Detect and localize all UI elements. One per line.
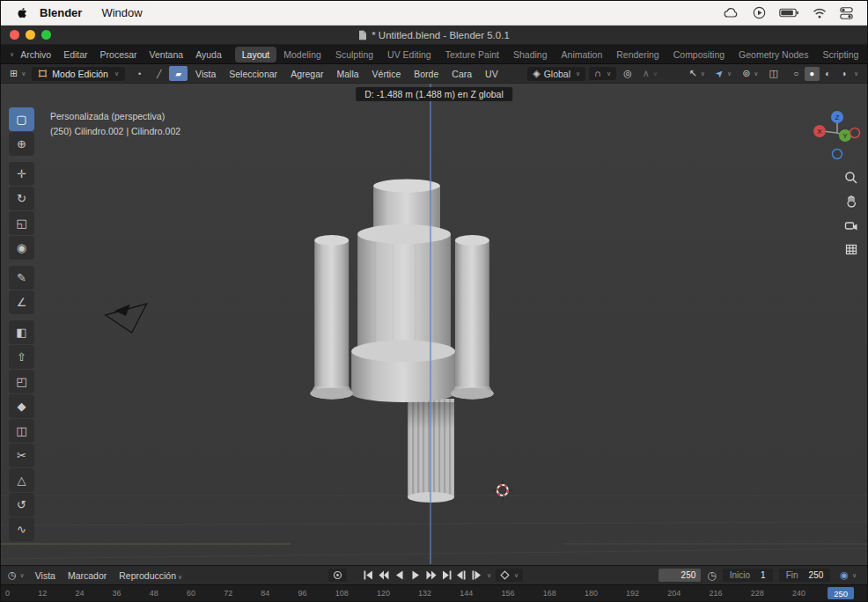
gizmo-dropdown[interactable]: ➤ ∨ [712,68,735,79]
playhead-badge[interactable]: 250 [828,587,854,599]
tab-layout[interactable]: Layout [235,47,277,62]
tool-move-button[interactable]: ✛ [9,162,34,186]
tool-knife-button[interactable]: ✂ [9,444,34,467]
menu-procesar[interactable]: Procesar [94,48,143,62]
menu-uv[interactable]: UV [480,67,504,81]
menu-cara[interactable]: Cara [446,67,477,81]
menu-archivo[interactable]: Archivo [14,48,57,62]
selectability-dropdown[interactable]: ↖ ∨ [685,68,708,79]
snap-dropdown[interactable]: ∩ ∨ [589,67,616,80]
play-button[interactable] [408,569,423,583]
timeline-menu-marcador[interactable]: Marcador [63,569,112,583]
tool-smooth-button[interactable]: ∿ [9,518,34,541]
window-titlebar[interactable]: * Untitled.blend - Blender 5.0.1 [1,26,867,45]
tool-inset-button[interactable]: ◰ [9,370,34,393]
tool-measure-button[interactable]: ∠ [9,290,34,314]
timeline-ruler[interactable]: 0 12 24 36 48 60 72 84 96 108 120 132 14… [1,584,867,601]
tab-compositing[interactable]: Compositing [666,47,732,62]
play-reverse-button[interactable] [392,569,407,583]
xray-toggle[interactable]: ◫ [765,68,781,79]
wifi-icon[interactable] [813,8,827,18]
keying-popover-button[interactable]: ∨ [496,569,523,582]
prev-keyframe-button[interactable] [376,569,391,583]
auto-keying-button[interactable] [328,569,347,582]
ruler-tick: 216 [710,589,723,598]
overlays-dropdown[interactable]: ⊚ ∨ [739,68,761,79]
menu-borde[interactable]: Borde [408,67,444,81]
tool-annotate-button[interactable]: ✎ [9,266,34,290]
ortho-toggle-button[interactable] [843,241,859,257]
edge-select-button[interactable]: ╱ [150,66,168,81]
frame-start-field[interactable]: Inicio 1 [723,569,773,582]
app-menu-blender[interactable]: Blender [33,6,89,19]
falloff-dropdown[interactable]: ∧ ∨ [639,68,661,79]
shading-wireframe-button[interactable]: ○ [789,67,804,81]
tab-scripting[interactable]: Scripting [815,47,865,62]
tool-spin-button[interactable]: ↺ [9,493,34,517]
zoom-button[interactable] [843,170,859,186]
next-keyframe-button[interactable] [423,569,438,583]
camera-view-button[interactable] [843,217,859,233]
tab-sculpting[interactable]: Sculpting [328,47,380,62]
jump-to-start-button[interactable] [360,569,375,583]
tab-rendering[interactable]: Rendering [609,47,666,62]
tool-rotate-button[interactable]: ↻ [9,187,34,210]
tool-loop-cut-button[interactable]: ◫ [9,419,34,443]
zoom-button[interactable] [41,30,51,40]
timeline-menu-vista[interactable]: Vista [30,569,61,583]
play-circle-icon[interactable] [753,6,766,19]
tool-add-cube-button[interactable]: ◧ [9,320,34,344]
current-frame-field[interactable]: 250 [658,569,701,582]
tab-geometry-nodes[interactable]: Geometry Nodes [732,47,815,62]
viewport-3d[interactable]: D: -1.488 m (1.488 m) en Z global Person… [1,84,867,565]
bevel-icon: ◆ [18,400,26,413]
menu-agregar[interactable]: Agregar [285,67,328,81]
menu-window[interactable]: Window [94,6,149,19]
menu-ventana[interactable]: Ventana [143,48,190,62]
tool-bevel-button[interactable]: ◆ [9,394,34,418]
tool-select-box-button[interactable]: ▢ [9,107,34,131]
step-back-button[interactable] [453,569,468,583]
viewport-header: ⊞ ∨ Modo Edición ∨ • ╱ ▰ Vista Seleccion… [1,64,867,84]
tool-extrude-button[interactable]: ⇧ [9,345,34,369]
face-select-button[interactable]: ▰ [169,66,188,81]
orientation-dropdown[interactable]: ◈ Global ∨ [527,67,585,81]
battery-icon[interactable] [779,8,799,18]
vertex-select-button[interactable]: • [130,66,149,81]
minimize-button[interactable] [26,30,35,40]
tab-modeling[interactable]: Modeling [276,47,328,62]
tool-transform-button[interactable]: ◉ [9,236,34,260]
control-center-icon[interactable] [840,7,853,19]
menu-editar[interactable]: Editar [57,48,93,62]
xray-icon: ◫ [769,69,777,78]
tool-poly-build-button[interactable]: △ [9,468,34,492]
tab-shading[interactable]: Shading [506,47,555,62]
jump-to-end-button[interactable] [439,569,454,583]
frame-end-field[interactable]: Fin 250 [779,569,831,582]
pan-button[interactable] [843,194,859,209]
shading-material-button[interactable]: ◐ [820,67,835,81]
navigation-gizmo[interactable]: Z X Y [813,106,862,165]
tool-cursor-button[interactable]: ⊕ [9,132,34,156]
menu-ayuda[interactable]: Ayuda [189,48,228,62]
timeline-menu-reproduccion[interactable]: Reproducción∨ [114,569,188,583]
playhead-options-button[interactable]: ◉ ∨ [836,569,860,582]
menu-vista[interactable]: Vista [190,67,221,81]
tab-texture-paint[interactable]: Texture Paint [438,47,506,62]
step-forward-button[interactable] [469,569,484,583]
proportional-editing-toggle[interactable]: ◎ [620,68,636,79]
shading-rendered-button[interactable]: ◑ [836,67,851,81]
mode-dropdown[interactable]: Modo Edición ∨ [32,67,125,81]
tab-uv-editing[interactable]: UV Editing [380,47,438,62]
tab-animation[interactable]: Animation [555,47,610,62]
menu-seleccionar[interactable]: Seleccionar [224,67,283,81]
shading-solid-button[interactable]: ● [805,67,820,81]
tool-scale-button[interactable]: ◱ [9,211,34,235]
close-button[interactable] [10,30,19,40]
cloud-icon[interactable] [724,7,739,18]
apple-menu[interactable] [15,7,27,19]
menu-malla[interactable]: Malla [331,67,364,81]
editor-type-button[interactable]: ⊞ ∨ [6,68,29,79]
timeline-editor-type-button[interactable]: ◷ ∨ [4,569,28,581]
menu-vertice[interactable]: Vértice [367,67,407,81]
